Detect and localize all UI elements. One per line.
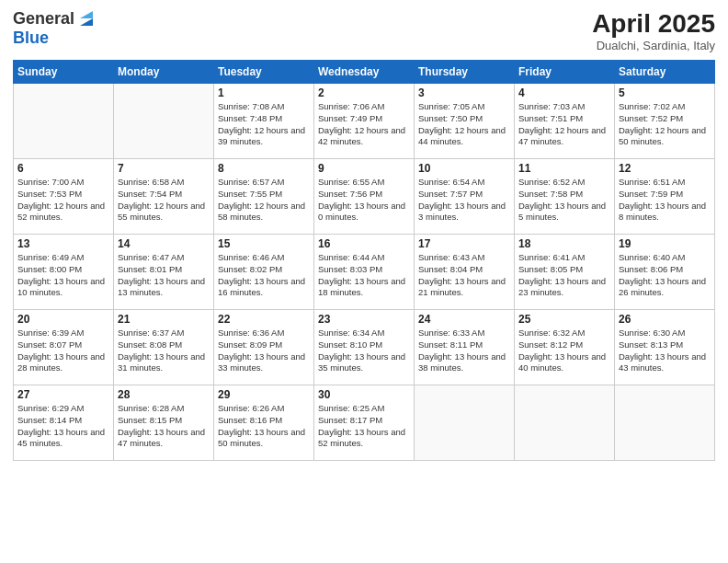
col-wednesday: Wednesday: [314, 61, 415, 84]
table-row: 25Sunrise: 6:32 AM Sunset: 8:12 PM Dayli…: [515, 310, 615, 385]
day-number: 4: [518, 86, 610, 99]
day-info: Sunrise: 7:08 AM Sunset: 7:48 PM Dayligh…: [218, 101, 310, 148]
calendar-header-row: Sunday Monday Tuesday Wednesday Thursday…: [14, 61, 715, 84]
day-number: 1: [218, 86, 310, 99]
day-number: 7: [118, 162, 210, 175]
table-row: 8Sunrise: 6:57 AM Sunset: 7:55 PM Daylig…: [214, 159, 314, 235]
day-number: 28: [118, 388, 210, 401]
week-row-4: 20Sunrise: 6:39 AM Sunset: 8:07 PM Dayli…: [14, 310, 715, 385]
day-info: Sunrise: 6:49 AM Sunset: 8:00 PM Dayligh…: [17, 252, 109, 299]
day-info: Sunrise: 6:26 AM Sunset: 8:16 PM Dayligh…: [218, 403, 310, 450]
day-info: Sunrise: 6:41 AM Sunset: 8:05 PM Dayligh…: [518, 252, 610, 299]
week-row-1: 1Sunrise: 7:08 AM Sunset: 7:48 PM Daylig…: [14, 84, 715, 159]
table-row: 26Sunrise: 6:30 AM Sunset: 8:13 PM Dayli…: [615, 310, 715, 385]
day-info: Sunrise: 7:00 AM Sunset: 7:53 PM Dayligh…: [17, 177, 109, 224]
day-number: 2: [318, 86, 410, 99]
day-number: 18: [518, 237, 610, 250]
day-info: Sunrise: 6:52 AM Sunset: 7:58 PM Dayligh…: [518, 177, 610, 224]
col-friday: Friday: [515, 61, 615, 84]
svg-marker-0: [80, 18, 93, 26]
day-number: 29: [218, 388, 310, 401]
day-number: 3: [418, 86, 510, 99]
day-number: 5: [619, 86, 711, 99]
col-thursday: Thursday: [415, 61, 515, 84]
day-number: 23: [318, 313, 410, 326]
week-row-3: 13Sunrise: 6:49 AM Sunset: 8:00 PM Dayli…: [14, 235, 715, 310]
day-number: 27: [17, 388, 109, 401]
main-title: April 2025: [592, 9, 715, 39]
table-row: 11Sunrise: 6:52 AM Sunset: 7:58 PM Dayli…: [515, 159, 615, 235]
day-number: 8: [218, 162, 310, 175]
table-row: 21Sunrise: 6:37 AM Sunset: 8:08 PM Dayli…: [114, 310, 214, 385]
day-info: Sunrise: 6:25 AM Sunset: 8:17 PM Dayligh…: [318, 403, 410, 450]
day-info: Sunrise: 6:43 AM Sunset: 8:04 PM Dayligh…: [418, 252, 510, 299]
day-info: Sunrise: 6:58 AM Sunset: 7:54 PM Dayligh…: [118, 177, 210, 224]
table-row: 4Sunrise: 7:03 AM Sunset: 7:51 PM Daylig…: [515, 84, 615, 159]
day-info: Sunrise: 6:40 AM Sunset: 8:06 PM Dayligh…: [619, 252, 711, 299]
table-row: 6Sunrise: 7:00 AM Sunset: 7:53 PM Daylig…: [14, 159, 114, 235]
table-row: [14, 84, 114, 159]
header: General Blue April 2025 Dualchi, Sardini…: [13, 9, 715, 52]
table-row: 19Sunrise: 6:40 AM Sunset: 8:06 PM Dayli…: [615, 235, 715, 310]
day-info: Sunrise: 6:32 AM Sunset: 8:12 PM Dayligh…: [518, 327, 610, 374]
subtitle: Dualchi, Sardinia, Italy: [592, 39, 715, 52]
table-row: 10Sunrise: 6:54 AM Sunset: 7:57 PM Dayli…: [415, 159, 515, 235]
day-info: Sunrise: 6:37 AM Sunset: 8:08 PM Dayligh…: [118, 327, 210, 374]
table-row: 9Sunrise: 6:55 AM Sunset: 7:56 PM Daylig…: [314, 159, 415, 235]
day-number: 17: [418, 237, 510, 250]
day-info: Sunrise: 6:33 AM Sunset: 8:11 PM Dayligh…: [418, 327, 510, 374]
day-info: Sunrise: 6:29 AM Sunset: 8:14 PM Dayligh…: [17, 403, 109, 450]
day-number: 14: [118, 237, 210, 250]
svg-marker-1: [80, 11, 93, 18]
day-info: Sunrise: 6:47 AM Sunset: 8:01 PM Dayligh…: [118, 252, 210, 299]
day-info: Sunrise: 7:05 AM Sunset: 7:50 PM Dayligh…: [418, 101, 510, 148]
table-row: 5Sunrise: 7:02 AM Sunset: 7:52 PM Daylig…: [615, 84, 715, 159]
logo-general-text: General: [13, 10, 74, 29]
week-row-5: 27Sunrise: 6:29 AM Sunset: 8:14 PM Dayli…: [14, 385, 715, 461]
table-row: 7Sunrise: 6:58 AM Sunset: 7:54 PM Daylig…: [114, 159, 214, 235]
table-row: 17Sunrise: 6:43 AM Sunset: 8:04 PM Dayli…: [415, 235, 515, 310]
table-row: [615, 385, 715, 461]
day-number: 9: [318, 162, 410, 175]
day-info: Sunrise: 6:30 AM Sunset: 8:13 PM Dayligh…: [619, 327, 711, 374]
calendar-table: Sunday Monday Tuesday Wednesday Thursday…: [13, 60, 715, 461]
day-number: 25: [518, 313, 610, 326]
day-info: Sunrise: 6:28 AM Sunset: 8:15 PM Dayligh…: [118, 403, 210, 450]
day-number: 16: [318, 237, 410, 250]
day-number: 12: [619, 162, 711, 175]
table-row: [515, 385, 615, 461]
day-number: 21: [118, 313, 210, 326]
day-number: 26: [619, 313, 711, 326]
table-row: 15Sunrise: 6:46 AM Sunset: 8:02 PM Dayli…: [214, 235, 314, 310]
table-row: 1Sunrise: 7:08 AM Sunset: 7:48 PM Daylig…: [214, 84, 314, 159]
logo-icon: [76, 9, 97, 29]
day-info: Sunrise: 6:36 AM Sunset: 8:09 PM Dayligh…: [218, 327, 310, 374]
col-tuesday: Tuesday: [214, 61, 314, 84]
logo-blue-text: Blue: [13, 29, 49, 47]
table-row: 3Sunrise: 7:05 AM Sunset: 7:50 PM Daylig…: [415, 84, 515, 159]
table-row: 13Sunrise: 6:49 AM Sunset: 8:00 PM Dayli…: [14, 235, 114, 310]
table-row: 24Sunrise: 6:33 AM Sunset: 8:11 PM Dayli…: [415, 310, 515, 385]
day-info: Sunrise: 7:03 AM Sunset: 7:51 PM Dayligh…: [518, 101, 610, 148]
day-number: 13: [17, 237, 109, 250]
table-row: 29Sunrise: 6:26 AM Sunset: 8:16 PM Dayli…: [214, 385, 314, 461]
day-info: Sunrise: 6:34 AM Sunset: 8:10 PM Dayligh…: [318, 327, 410, 374]
day-number: 20: [17, 313, 109, 326]
day-info: Sunrise: 6:55 AM Sunset: 7:56 PM Dayligh…: [318, 177, 410, 224]
day-number: 11: [518, 162, 610, 175]
table-row: 28Sunrise: 6:28 AM Sunset: 8:15 PM Dayli…: [114, 385, 214, 461]
day-info: Sunrise: 7:02 AM Sunset: 7:52 PM Dayligh…: [619, 101, 711, 148]
col-saturday: Saturday: [615, 61, 715, 84]
col-sunday: Sunday: [14, 61, 114, 84]
table-row: 22Sunrise: 6:36 AM Sunset: 8:09 PM Dayli…: [214, 310, 314, 385]
table-row: 12Sunrise: 6:51 AM Sunset: 7:59 PM Dayli…: [615, 159, 715, 235]
week-row-2: 6Sunrise: 7:00 AM Sunset: 7:53 PM Daylig…: [14, 159, 715, 235]
logo: General Blue: [13, 9, 97, 48]
table-row: 16Sunrise: 6:44 AM Sunset: 8:03 PM Dayli…: [314, 235, 415, 310]
table-row: [415, 385, 515, 461]
day-info: Sunrise: 6:57 AM Sunset: 7:55 PM Dayligh…: [218, 177, 310, 224]
day-number: 19: [619, 237, 711, 250]
col-monday: Monday: [114, 61, 214, 84]
table-row: 27Sunrise: 6:29 AM Sunset: 8:14 PM Dayli…: [14, 385, 114, 461]
table-row: 23Sunrise: 6:34 AM Sunset: 8:10 PM Dayli…: [314, 310, 415, 385]
